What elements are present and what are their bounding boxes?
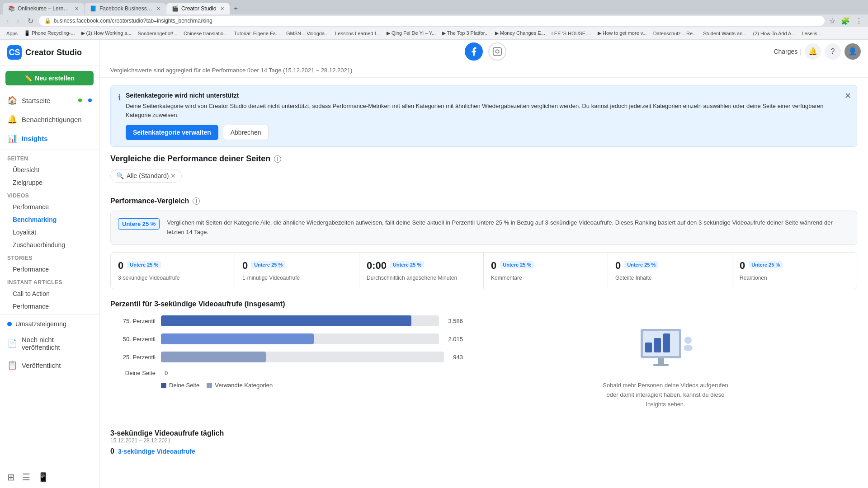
forward-button[interactable]: › xyxy=(14,16,22,26)
avatar[interactable]: 👤 xyxy=(844,43,861,60)
tab1-close[interactable]: ✕ xyxy=(75,6,79,12)
metric-value-2: 0:00 xyxy=(367,260,387,272)
daily-title: 3-sekündige Videoaufrufe täglich xyxy=(110,429,857,437)
home-icon: 🏠 xyxy=(7,95,17,105)
notifications-button[interactable]: 🔔 xyxy=(805,43,821,60)
percentile-section: Perzentil für 3-sekündige Videoaufrufe (… xyxy=(110,300,857,418)
cancel-button[interactable]: Abbrechen xyxy=(223,125,269,140)
tab3-close[interactable]: ✕ xyxy=(220,6,224,12)
extensions-button[interactable]: 🧩 xyxy=(839,16,852,26)
back-button[interactable]: ‹ xyxy=(4,16,11,26)
legend-dot-related xyxy=(207,383,212,388)
bookmark-4[interactable]: Chinese translatio... xyxy=(181,30,230,37)
charges-link[interactable]: Charges [ xyxy=(774,48,801,55)
menu-button[interactable]: ⋮ xyxy=(854,16,864,26)
svg-rect-7 xyxy=(658,358,664,364)
sidebar-item-loyalitaet[interactable]: Loyalität xyxy=(0,226,99,239)
bookmark-2[interactable]: ▶ (1) How Working a... xyxy=(79,29,134,37)
sidebar-item-umsatzsteigerung[interactable]: Umsatzsteigerung xyxy=(0,317,99,331)
bookmark-1[interactable]: 📱 Phone Recycling-... xyxy=(21,29,77,37)
compare-title-text: Vergleiche die Performance deiner Seiten xyxy=(110,154,270,164)
metric-label-1: 1-minütige Videoaufrufe xyxy=(242,274,352,282)
tab2-close[interactable]: ✕ xyxy=(156,6,160,12)
alert-close-button[interactable]: ✕ xyxy=(844,91,851,101)
sidebar-item-benachrichtigungen[interactable]: 🔔 Benachrichtigungen xyxy=(0,110,99,129)
legend-my-page-label: Deine Seite xyxy=(169,382,199,389)
tab2-label: Facebook Business Suite xyxy=(99,5,154,12)
bookmark-16[interactable]: Leselis... xyxy=(799,30,824,37)
search-tag-close[interactable]: ✕ xyxy=(170,172,176,179)
legend-item-my-page: Deine Seite xyxy=(161,382,199,389)
sidebar-item-noch-nicht[interactable]: 📄 Noch nicht veröffentlicht xyxy=(0,331,99,356)
section-stories: Stories xyxy=(0,251,99,263)
daily-link[interactable]: 3-sekündige Videoaufrufe xyxy=(118,448,195,455)
search-icon: 🔍 xyxy=(116,172,124,179)
bookmark-12[interactable]: ▶ How to get more v... xyxy=(595,29,650,37)
browser-tab-1[interactable]: 📚 Onlinekurse – Lerne, was un... ✕ xyxy=(3,3,84,14)
metric-value-1: 0 xyxy=(242,260,248,272)
help-button[interactable]: ? xyxy=(825,43,841,60)
bookmark-3[interactable]: Sonderangebot! – xyxy=(135,30,180,37)
bookmark-8[interactable]: ▶ Qing Fei De Yi – Y... xyxy=(384,29,439,37)
phone-icon[interactable]: 📱 xyxy=(38,472,49,483)
bookmark-9[interactable]: ▶ The Top 3 Platfor... xyxy=(439,29,491,37)
bookmark-10[interactable]: ▶ Money Changes E... xyxy=(492,29,548,37)
daily-section: 3-sekündige Videoaufrufe täglich 15.12.2… xyxy=(110,429,857,455)
bar-value-0: 3.586 xyxy=(448,318,463,324)
manage-category-button[interactable]: Seitenkategorie verwalten xyxy=(126,125,218,140)
svg-point-9 xyxy=(684,337,692,344)
new-tab-button[interactable]: + xyxy=(230,3,241,14)
sidebar-item-startseite[interactable]: 🏠 Startseite xyxy=(0,91,99,110)
perf-info-icon[interactable]: i xyxy=(193,197,200,205)
bookmark-7[interactable]: Lessons Learned f... xyxy=(332,30,383,37)
percentile-title: Perzentil für 3-sekündige Videoaufrufe (… xyxy=(110,300,857,308)
sidebar-item-call-to-action[interactable]: Call to Action xyxy=(0,287,99,300)
sidebar-item-zielgruppe[interactable]: Zielgruppe xyxy=(0,176,99,189)
sidebar-item-zuschauerbindung[interactable]: Zuschauerbindung xyxy=(0,239,99,251)
sidebar-item-performance-articles[interactable]: Performance xyxy=(0,300,99,313)
metric-label-2: Durchschnittlich angesehene Minuten xyxy=(367,274,476,282)
bar-track-2 xyxy=(161,352,444,362)
sidebar-footer-icons: ⊞ ☰ 📱 xyxy=(0,466,99,488)
search-bar[interactable]: 🔍 Alle (Standard) ✕ xyxy=(110,169,182,183)
browser-tab-2[interactable]: 📘 Facebook Business Suite ✕ xyxy=(85,3,166,14)
my-page-label: Deine Seite xyxy=(110,370,156,376)
bookmark-14[interactable]: Student Wants an... xyxy=(700,30,749,37)
create-button[interactable]: ✏️ Neu erstellen xyxy=(5,71,94,85)
grid-icon[interactable]: ⊞ xyxy=(7,472,15,483)
bookmark-15[interactable]: (2) How To Add A... xyxy=(750,30,798,37)
tab3-favicon: 🎬 xyxy=(172,5,179,12)
bookmark-13[interactable]: Datenschutz – Re... xyxy=(651,30,700,37)
bookmark-5[interactable]: Tutorial: Eigene Fa... xyxy=(231,30,283,37)
umsatz-dot xyxy=(7,322,12,326)
top-bar-right: Charges [ 🔔 ? 👤 xyxy=(774,43,861,60)
sidebar-item-uebersicht[interactable]: Übersicht xyxy=(0,164,99,176)
bookmark-11[interactable]: LEE 'S HOUSE-... xyxy=(549,30,594,37)
browser-tab-3[interactable]: 🎬 Creator Studio ✕ xyxy=(166,3,230,14)
monitor-icon xyxy=(636,324,695,374)
bookmark-button[interactable]: ☆ xyxy=(827,16,837,26)
address-field[interactable]: 🔒 business.facebook.com/creatorstudio?ta… xyxy=(39,16,825,26)
metric-badge-4: Untere 25 % xyxy=(624,261,658,268)
percentile-row-0: 75. Perzentil 3.586 xyxy=(110,315,463,326)
compare-info-icon[interactable]: i xyxy=(274,155,281,163)
bookmark-6[interactable]: GMSN – Vologda... xyxy=(283,30,331,37)
metric-label-3: Kommentare xyxy=(491,274,600,282)
table-icon[interactable]: ☰ xyxy=(22,472,30,483)
instagram-platform-button[interactable] xyxy=(488,42,506,61)
sidebar-item-benchmarking[interactable]: Benchmarking xyxy=(0,213,99,226)
bookmark-apps[interactable]: Apps xyxy=(4,30,20,37)
sidebar-item-performance-stories[interactable]: Performance xyxy=(0,263,99,276)
metric-label-0: 3-sekündige Videoaufrufe xyxy=(118,274,227,282)
bar-track-1 xyxy=(161,333,439,344)
facebook-platform-button[interactable] xyxy=(465,42,483,61)
sidebar-item-performance-videos[interactable]: Performance xyxy=(0,201,99,213)
percentile-chart-area: 75. Perzentil 3.586 50. Perzen xyxy=(110,315,857,418)
monitor-illustration xyxy=(636,324,695,375)
placeholder-text: Sobald mehr Personen deine Videos aufger… xyxy=(602,381,729,409)
metric-label-4: Geteilte Inhalte xyxy=(615,274,725,282)
refresh-button[interactable]: ↻ xyxy=(25,16,36,26)
daily-value: 0 xyxy=(110,447,114,455)
sidebar-item-veroeffentlicht[interactable]: 📋 Veröffentlicht xyxy=(0,356,99,375)
sidebar-item-insights[interactable]: 📊 Insights xyxy=(0,129,99,148)
